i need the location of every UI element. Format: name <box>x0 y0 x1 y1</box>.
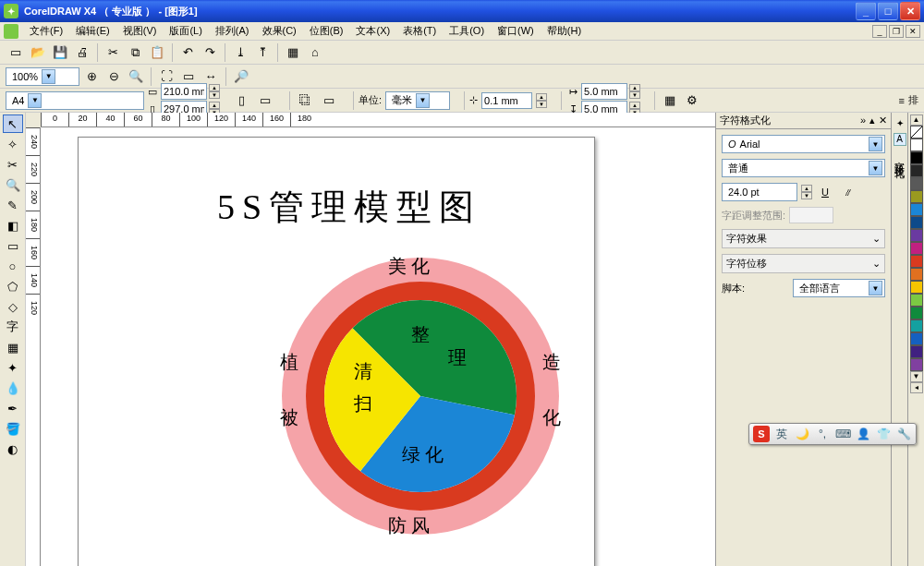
shape-tool[interactable]: ✧ <box>3 135 23 153</box>
duplicate-x-input[interactable] <box>581 83 627 100</box>
ime-punct-icon[interactable]: °, <box>814 426 831 442</box>
menu-file[interactable]: 文件(F) <box>24 22 68 40</box>
color-swatch[interactable] <box>910 358 923 371</box>
zoom-out-button[interactable]: ⊖ <box>103 66 124 87</box>
zoom-selection-button[interactable]: 🔍 <box>126 66 146 87</box>
menu-tools[interactable]: 工具(O) <box>444 22 490 40</box>
ime-keyboard-icon[interactable]: ⌨ <box>834 426 851 442</box>
smart-fill-tool[interactable]: ◧ <box>3 216 23 235</box>
zoom-combo[interactable]: 100%▼ <box>6 67 79 86</box>
vertical-ruler[interactable]: 240220200180160140120 <box>26 127 41 566</box>
cut-button[interactable]: ✂ <box>103 42 123 63</box>
color-swatch[interactable] <box>910 229 923 242</box>
interactive-fill-tool[interactable]: ◐ <box>3 440 23 458</box>
palette-scroll-down[interactable]: ▼ <box>910 371 923 382</box>
color-swatch[interactable] <box>910 177 923 190</box>
char-shift-row[interactable]: 字符位移⌄ <box>722 254 885 273</box>
menu-edit[interactable]: 编辑(E) <box>70 22 116 40</box>
ime-moon-icon[interactable]: 🌙 <box>794 426 810 442</box>
options-button[interactable]: ⚙ <box>682 90 702 111</box>
spin-down-icon[interactable]: ▼ <box>209 91 220 99</box>
drawing-canvas[interactable]: 5S管理模型图 美 化 造 化 防 风 <box>41 127 715 566</box>
no-color-swatch[interactable] <box>910 126 923 138</box>
palette-flyout[interactable]: ◂ <box>910 382 923 393</box>
color-swatch[interactable] <box>910 307 923 319</box>
docker-menu-icon[interactable]: ▴ <box>869 114 875 126</box>
open-button[interactable]: 📂 <box>28 42 48 63</box>
nudge-input[interactable] <box>481 92 532 109</box>
font-combo[interactable]: OArial▼ <box>722 135 885 153</box>
mdi-minimize-button[interactable]: _ <box>872 25 887 38</box>
eyedropper-tool[interactable]: 💧 <box>3 379 23 397</box>
ellipse-tool[interactable]: ○ <box>3 257 23 275</box>
import-button[interactable]: ⤓ <box>230 42 250 63</box>
document-icon[interactable] <box>4 24 18 39</box>
dropdown-arrow-icon[interactable]: ▼ <box>869 281 882 295</box>
all-pages-button[interactable]: ⿻ <box>295 90 315 111</box>
color-swatch[interactable] <box>910 319 923 332</box>
ime-skin-icon[interactable]: 👕 <box>875 426 892 442</box>
docker-tab-label[interactable]: 字符格式化 <box>893 153 906 163</box>
zoom-tool-button[interactable]: 🔎 <box>231 66 251 87</box>
color-swatch[interactable] <box>910 138 923 151</box>
strikethrough-button[interactable]: ⫽ <box>838 183 857 201</box>
page-width-input[interactable] <box>161 83 207 100</box>
color-swatch[interactable] <box>910 164 923 177</box>
menu-layout[interactable]: 版面(L) <box>164 22 207 40</box>
fill-tool[interactable]: 🪣 <box>3 419 23 438</box>
spin-down-icon[interactable]: ▼ <box>536 101 547 108</box>
portrait-button[interactable]: ▯ <box>231 90 251 111</box>
palette-scroll-up[interactable]: ▲ <box>910 114 923 126</box>
freehand-tool[interactable]: ✎ <box>3 196 23 214</box>
script-combo[interactable]: 全部语言▼ <box>793 279 885 297</box>
color-swatch[interactable] <box>910 255 923 268</box>
horizontal-ruler[interactable]: 020406080100120140160180 <box>41 113 715 127</box>
dropdown-arrow-icon[interactable]: ▼ <box>869 161 882 175</box>
color-swatch[interactable] <box>910 281 923 294</box>
mdi-close-button[interactable]: ✕ <box>906 25 920 38</box>
app-launcher-button[interactable]: ▦ <box>283 42 303 63</box>
font-size-combo[interactable]: 24.0 pt <box>722 183 797 201</box>
dropdown-arrow-icon[interactable]: ▼ <box>869 137 882 151</box>
color-swatch[interactable] <box>910 151 923 164</box>
crop-tool[interactable]: ✂ <box>3 155 23 174</box>
interactive-tool[interactable]: ✦ <box>3 358 23 377</box>
menu-table[interactable]: 表格(T) <box>397 22 442 40</box>
menu-text[interactable]: 文本(X) <box>350 22 395 40</box>
close-button[interactable]: ✕ <box>900 2 920 20</box>
new-button[interactable]: ▭ <box>6 42 26 63</box>
welcome-button[interactable]: ⌂ <box>305 42 325 63</box>
spin-down-icon[interactable]: ▼ <box>801 192 812 199</box>
color-swatch[interactable] <box>910 216 923 229</box>
menu-view[interactable]: 视图(V) <box>117 22 163 40</box>
spin-up-icon[interactable]: ▲ <box>209 102 220 109</box>
menu-bitmaps[interactable]: 位图(B) <box>304 22 349 40</box>
menu-arrange[interactable]: 排列(A) <box>210 22 255 40</box>
rectangle-tool[interactable]: ▭ <box>3 236 23 255</box>
dropdown-arrow-icon[interactable]: ▼ <box>42 69 55 84</box>
minimize-button[interactable]: _ <box>856 2 876 20</box>
outline-tool[interactable]: ✒ <box>3 399 23 417</box>
docker-tab-hint-icon[interactable]: ✦ <box>894 118 906 131</box>
ime-toolbar[interactable]: S 英 🌙 °, ⌨ 👤 👕 🔧 <box>748 423 917 445</box>
maximize-button[interactable]: □ <box>878 2 898 20</box>
zoom-in-button[interactable]: ⊕ <box>81 66 102 87</box>
pick-tool[interactable]: ↖ <box>3 114 23 133</box>
color-swatch[interactable] <box>910 345 923 358</box>
current-page-button[interactable]: ▭ <box>319 90 339 111</box>
color-swatch[interactable] <box>910 190 923 203</box>
menu-window[interactable]: 窗口(W) <box>492 22 540 40</box>
zoom-tool[interactable]: 🔍 <box>3 175 23 194</box>
basic-shapes-tool[interactable]: ◇ <box>3 297 23 316</box>
text-tool[interactable]: 字 <box>3 318 23 336</box>
menu-effects[interactable]: 效果(C) <box>257 22 302 40</box>
dropdown-arrow-icon[interactable]: ▼ <box>416 93 430 108</box>
docker-expand-icon[interactable]: » <box>860 114 866 126</box>
polygon-tool[interactable]: ⬠ <box>3 277 23 295</box>
color-swatch[interactable] <box>910 203 923 216</box>
char-effects-row[interactable]: 字符效果⌄ <box>722 229 885 248</box>
color-swatch[interactable] <box>910 294 923 307</box>
color-swatch[interactable] <box>910 332 923 345</box>
ime-person-icon[interactable]: 👤 <box>855 426 871 442</box>
docker-tab-text-icon[interactable]: A <box>894 133 906 146</box>
